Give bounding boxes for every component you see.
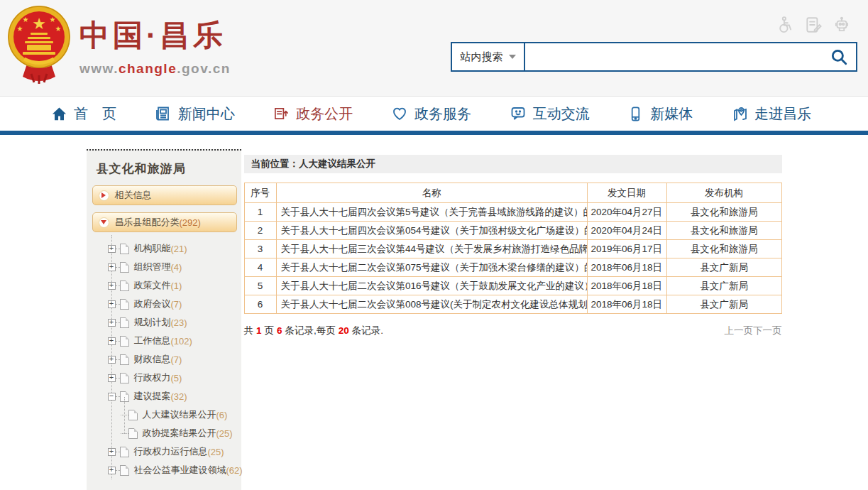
nav-item-new-media[interactable]: 新媒体 <box>627 104 693 124</box>
table-row: 4 关于县人大十七届二次会议第075号建议（关于加强木梁台修缮的建议）的答复 2… <box>244 258 781 277</box>
nav-item-gov-service[interactable]: 政务服务 <box>391 104 471 124</box>
nav-item-news[interactable]: 新闻中心 <box>155 104 235 124</box>
tree-item-caizhengxinxi[interactable]: 财政信息(7) <box>91 350 237 369</box>
form-edit-icon[interactable] <box>804 16 823 34</box>
news-icon <box>155 105 172 122</box>
record-link[interactable]: 关于县人大十七届四次会议第054号建议（关于加强村级文化广场建设）的答复 <box>276 222 587 240</box>
table-header-row: 序号 名称 发文日期 发布机构 <box>244 183 781 203</box>
expand-plus-icon[interactable] <box>108 356 116 364</box>
record-link[interactable]: 关于县人大十七届三次会议第44号建议（关于发展乡村旅游打造绿色品牌的建议... <box>276 240 587 258</box>
tree-item-jigouzhineng[interactable]: 机构职能(21) <box>91 239 237 258</box>
category-tree: 机构职能(21) 组织管理(4) 政策文件(1) 政府会议(7) 规划计划(23… <box>91 239 237 479</box>
tree-item-jianyitian[interactable]: 建议提案(32) <box>91 387 237 405</box>
record-link[interactable]: 关于县人大十七届四次会议第5号建议（关于完善县域旅游线路的建议）的答复 <box>276 203 587 222</box>
arrow-down-circle-icon <box>99 217 109 228</box>
document-icon <box>120 354 129 365</box>
expand-plus-icon[interactable] <box>108 319 116 327</box>
home-icon <box>51 106 67 122</box>
tree-item-zuzhiguanli[interactable]: 组织管理(4) <box>91 258 237 276</box>
tree-item-gongyishiye[interactable]: 社会公益事业建设领域(62) <box>91 461 237 479</box>
document-icon <box>120 317 129 328</box>
collapse-minus-icon[interactable] <box>108 393 116 401</box>
sidebar-button-related-info[interactable]: 相关信息 <box>92 185 237 205</box>
expand-plus-icon[interactable] <box>108 282 116 290</box>
main-panel: 当前位置：人大建议结果公开 序号 名称 发文日期 发布机构 1 关于县人大十七届… <box>241 155 782 337</box>
document-icon <box>120 391 129 402</box>
expand-plus-icon[interactable] <box>108 300 116 308</box>
site-header: ★ ★ ★ ★ ★ 中国·昌乐 www.changle.gov.cn <box>0 0 868 96</box>
col-header-date: 发文日期 <box>587 183 666 203</box>
tree-item-quanli-yunxing[interactable]: 行政权力运行信息(25) <box>91 442 237 461</box>
document-icon <box>120 336 129 347</box>
nav-item-home[interactable]: 首 页 <box>51 104 116 124</box>
svg-text:★: ★ <box>32 15 46 33</box>
document-icon <box>120 281 129 291</box>
record-link[interactable]: 关于县人大十七届二次会议第016号建议（关于鼓励发展文化产业的建议）的答复 <box>276 277 587 295</box>
document-icon <box>120 373 129 383</box>
nav-item-interact[interactable]: 互动交流 <box>510 104 590 124</box>
chat-icon <box>510 105 527 122</box>
sidebar-button-category[interactable]: 昌乐县组配分类(292) <box>92 212 237 232</box>
expand-plus-icon[interactable] <box>108 448 116 456</box>
nav-item-visit[interactable]: 走进昌乐 <box>731 104 811 124</box>
site-url: www.changle.gov.cn <box>79 61 231 77</box>
pagination-summary: 共1页6条记录,每页20条记录. <box>244 325 384 337</box>
tree-item-gongzuoxinxi[interactable]: 工作信息(102) <box>91 332 237 350</box>
nav-item-gov-open[interactable]: 政务公开 <box>273 104 353 124</box>
tree-item-zhengxie-results[interactable]: 政协提案结果公开(25) <box>91 424 237 442</box>
search-scope-label: 站内搜索 <box>461 50 503 64</box>
tree-item-renda-results[interactable]: 人大建议结果公开(6) <box>91 405 237 424</box>
gov-open-icon <box>273 105 290 122</box>
col-header-org: 发布机构 <box>666 183 781 203</box>
col-header-name: 名称 <box>276 183 587 203</box>
accessibility-icon[interactable] <box>776 16 794 34</box>
search-button[interactable] <box>822 43 856 70</box>
document-icon <box>128 410 138 420</box>
pagination-bar: 共1页6条记录,每页20条记录. 上一页下一页 <box>244 325 782 337</box>
page-count: 1 <box>256 325 262 336</box>
svg-text:★: ★ <box>17 25 23 33</box>
national-emblem-logo: ★ ★ ★ ★ ★ <box>7 4 71 84</box>
site-search: 站内搜索 <box>451 42 857 72</box>
content-area: 县文化和旅游局 相关信息 昌乐县组配分类(292) 机构职能(21) 组织管理(… <box>87 149 782 490</box>
record-link[interactable]: 关于县人大十七届二次会议第075号建议（关于加强木梁台修缮的建议）的答复 <box>276 258 587 277</box>
sidebar: 县文化和旅游局 相关信息 昌乐县组配分类(292) 机构职能(21) 组织管理(… <box>87 149 241 490</box>
expand-plus-icon[interactable] <box>108 245 116 253</box>
records-table: 序号 名称 发文日期 发布机构 1 关于县人大十七届四次会议第5号建议（关于完善… <box>244 183 782 314</box>
search-input[interactable] <box>525 43 822 70</box>
table-row: 2 关于县人大十七届四次会议第054号建议（关于加强村级文化广场建设）的答复 2… <box>244 222 781 240</box>
expand-plus-icon[interactable] <box>108 337 116 345</box>
site-title: 中国·昌乐 <box>79 16 231 55</box>
record-link[interactable]: 关于县人大十七届二次会议第008号建议(关于制定农村文化建设总体规划，全力... <box>276 295 587 314</box>
nav-accent-bar <box>0 131 868 135</box>
expand-plus-icon[interactable] <box>108 374 116 382</box>
pager-links: 上一页下一页 <box>725 325 782 337</box>
document-icon <box>120 447 129 457</box>
search-scope-dropdown[interactable]: 站内搜索 <box>452 43 525 70</box>
search-icon <box>830 48 848 66</box>
arrow-right-circle-icon <box>99 190 109 201</box>
chevron-down-icon <box>509 55 516 59</box>
col-header-seq: 序号 <box>244 183 276 203</box>
prev-page-link[interactable]: 上一页 <box>725 325 754 336</box>
sidebar-title: 县文化和旅游局 <box>97 160 237 177</box>
svg-text:★: ★ <box>55 25 62 33</box>
tree-item-zhengfuhuiyi[interactable]: 政府会议(7) <box>91 295 237 313</box>
robot-icon[interactable] <box>833 16 851 34</box>
expand-plus-icon[interactable] <box>108 263 116 271</box>
svg-text:★: ★ <box>50 16 56 23</box>
document-icon <box>120 299 129 310</box>
tree-item-guihuajihua[interactable]: 规划计划(23) <box>91 313 237 332</box>
tree-item-zhengcewenjian[interactable]: 政策文件(1) <box>91 276 237 295</box>
document-icon <box>120 465 129 476</box>
per-page-count: 20 <box>339 325 349 336</box>
phone-icon <box>627 106 644 122</box>
document-icon <box>120 244 129 254</box>
next-page-link[interactable]: 下一页 <box>753 325 782 336</box>
table-row: 5 关于县人大十七届二次会议第016号建议（关于鼓励发展文化产业的建议）的答复 … <box>244 277 781 295</box>
tree-item-xingzhengquanli[interactable]: 行政权力(5) <box>91 369 237 387</box>
expand-plus-icon[interactable] <box>108 467 116 474</box>
table-row: 1 关于县人大十七届四次会议第5号建议（关于完善县域旅游线路的建议）的答复 20… <box>244 203 781 222</box>
map-pin-icon <box>731 105 748 122</box>
breadcrumb: 当前位置：人大建议结果公开 <box>244 155 782 173</box>
